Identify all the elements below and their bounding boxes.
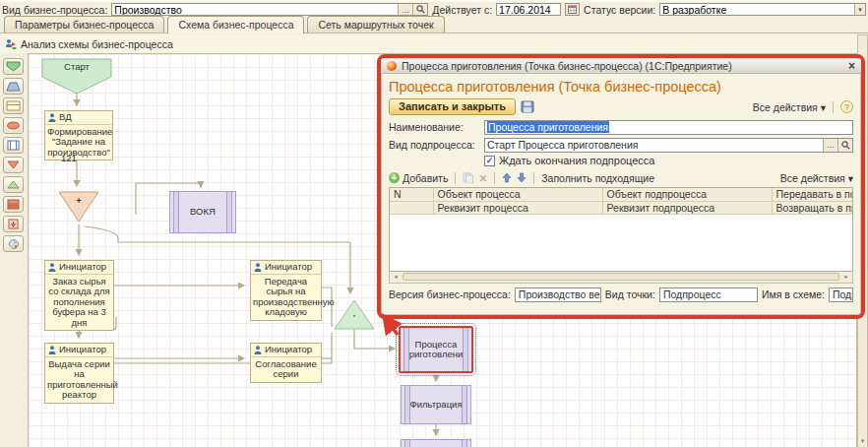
column-header[interactable]: Возвращать в процесс [772, 201, 852, 214]
node-merge-triangle[interactable] [334, 299, 375, 330]
node-filtration[interactable]: Фильтрация [401, 385, 471, 424]
table-header-row-1: N Объект процесса Объект подпроцесса Пер… [390, 188, 852, 201]
palette-merge-icon[interactable] [3, 176, 24, 193]
palette-split-icon[interactable] [3, 157, 24, 173]
ellipsis-button[interactable]: ... [398, 4, 412, 15]
node-start[interactable]: Старт [41, 58, 112, 95]
subprocess-kind-field[interactable]: Старт Процесса приготовления ... [484, 138, 853, 153]
node-process-preparation[interactable]: Процесса приготовления [399, 326, 473, 373]
column-header[interactable]: Объект процесса [433, 188, 602, 201]
node-vokya-subprocess[interactable]: ВОКЯ [169, 191, 236, 233]
node-initiator-series-body: Выдача серии на приготовленный реактор [45, 357, 113, 403]
palette-activity-icon[interactable] [3, 97, 24, 114]
dialog-heading: Процесса приготовления (Точка бизнес-про… [381, 74, 861, 96]
table-all-actions-button[interactable]: Все действия ▾ [780, 172, 853, 184]
analyze-scheme-link[interactable]: Анализ схемы бизнес-процесса [21, 38, 173, 50]
save-icon[interactable] [521, 100, 534, 113]
node-initiator-order-header: Инициатор [59, 262, 106, 273]
wait-subprocess-row: ✓ Ждать окончания подпроцесса [381, 154, 861, 168]
chevron-down-icon: ▾ [821, 101, 826, 113]
palette-start-point-icon[interactable] [3, 58, 24, 75]
node-initiator-approve-header: Инициатор [265, 345, 312, 355]
bp-version-field[interactable]: Производство версия [515, 287, 601, 302]
search-icon[interactable] [837, 139, 852, 152]
table-toolbar: + Добавить ✕ Заполнить подходящие Все де… [381, 168, 861, 187]
point-properties-dialog: Процесса приготовления (Точка бизнес-про… [377, 54, 865, 319]
save-close-button[interactable]: Записать и закрыть [389, 98, 516, 115]
palette-switch-icon[interactable] [3, 196, 24, 213]
process-kind-input[interactable] [112, 4, 398, 15]
name-row: Наименование: Процесса приготовления [381, 118, 861, 136]
status-label: Статус версии: [584, 4, 655, 16]
mapping-table[interactable]: N Объект процесса Объект подпроцесса Пер… [389, 187, 853, 272]
calendar-icon[interactable] [565, 3, 580, 16]
node-initiator-order[interactable]: Инициатор Заказ сырья со склада для попо… [44, 260, 114, 331]
point-kind-field[interactable]: Подпроцесс [659, 287, 758, 302]
chevron-down-icon[interactable]: ▾ [854, 4, 865, 15]
separator [833, 101, 834, 113]
palette-jump-icon[interactable] [3, 216, 24, 232]
column-header[interactable]: Реквизит подпроцесса [602, 201, 772, 214]
copy-row-icon[interactable] [463, 172, 473, 183]
application-window: Вид бизнес-процесса: ... Действует с: Ст… [0, 0, 868, 447]
name-value-selected: Процесса приготовления [487, 121, 609, 133]
add-row-button[interactable]: + Добавить [389, 172, 448, 184]
separator [455, 172, 456, 184]
dialog-all-actions-button[interactable]: Все действия ▾ [753, 101, 826, 113]
plus-icon: + [389, 172, 400, 183]
help-icon[interactable]: ? [840, 100, 853, 113]
node-initiator-transfer[interactable]: Инициатор Передача сырья на производстве… [250, 260, 322, 321]
node-vd-activity[interactable]: ВД Формирование "Задание на производство… [44, 110, 113, 160]
effective-date-field[interactable] [496, 3, 561, 16]
node-next-subprocess[interactable] [401, 439, 471, 447]
node-initiator-approve[interactable]: Инициатор Согласование серии [250, 343, 322, 383]
node-start-label: Старт [41, 62, 112, 73]
node-split-plus[interactable]: + [57, 191, 100, 224]
node-process-preparation-label: Процесса приготовления [404, 340, 468, 360]
column-header[interactable]: N [390, 188, 433, 201]
dialog-footer: Версия бизнес-процесса: Производство вер… [381, 284, 861, 306]
table-body-empty[interactable] [390, 215, 852, 271]
node-initiator-series-header: Инициатор [59, 345, 106, 355]
subprocess-kind-label: Вид подпроцесса: [389, 139, 484, 151]
close-icon[interactable]: × [848, 61, 855, 71]
scroll-right-icon[interactable]: ► [840, 274, 852, 280]
wait-subprocess-label: Ждать окончания подпроцесса [499, 155, 654, 166]
node-initiator-transfer-body: Передача сырья на производственную кладо… [251, 275, 321, 320]
table-header-row-2: Реквизит процесса Реквизит подпроцесса В… [390, 201, 852, 214]
process-kind-field[interactable]: ... [111, 3, 428, 16]
ellipsis-button[interactable]: ... [823, 139, 837, 152]
move-down-icon[interactable] [517, 172, 527, 183]
node-initiator-approve-body: Согласование серии [251, 357, 321, 382]
bp-version-label: Версия бизнес-процесса: [389, 288, 511, 300]
palette-subprocess-icon[interactable] [3, 137, 24, 154]
fill-matching-button[interactable]: Заполнить подходящие [541, 172, 654, 184]
column-header[interactable] [390, 201, 433, 214]
column-header[interactable]: Объект подпроцесса [602, 188, 772, 201]
palette-end-point-icon[interactable] [3, 78, 24, 95]
delete-row-icon[interactable]: ✕ [478, 172, 487, 184]
palette-condition-icon[interactable] [3, 117, 24, 134]
tab-process-scheme[interactable]: Схема бизнес-процесса [167, 16, 304, 33]
wait-subprocess-checkbox[interactable]: ✓ [484, 156, 495, 166]
column-header[interactable]: Реквизит процесса [433, 201, 602, 214]
scrollbar-thumb[interactable] [403, 273, 839, 281]
tab-route-points-net[interactable]: Сеть маршрутных точек [307, 16, 444, 32]
scheme-name-field[interactable]: Подпроцесс2 [829, 287, 853, 302]
scroll-left-icon[interactable]: ◄ [390, 274, 402, 280]
column-header[interactable]: Передавать в подпроцесс [772, 188, 852, 201]
chevron-down-icon: ▾ [848, 172, 853, 184]
search-icon[interactable] [412, 4, 427, 15]
person-icon [254, 346, 262, 354]
move-up-icon[interactable] [502, 172, 512, 183]
shape-palette [3, 58, 24, 252]
status-field[interactable]: ▾ [659, 3, 866, 16]
tab-process-parameters[interactable]: Параметры бизнес-процесса [4, 16, 164, 32]
dialog-title-bar[interactable]: Процесса приготовления (Точка бизнес-про… [381, 58, 861, 74]
table-horizontal-scrollbar[interactable]: ◄ ► [389, 272, 853, 284]
status-input[interactable] [660, 4, 854, 15]
scroll-down-icon[interactable]: ▼ [858, 435, 867, 447]
palette-decoration-icon[interactable] [3, 235, 24, 252]
name-field[interactable]: Процесса приготовления [484, 120, 853, 135]
node-initiator-series[interactable]: Инициатор Выдача серии на приготовленный… [44, 343, 114, 404]
